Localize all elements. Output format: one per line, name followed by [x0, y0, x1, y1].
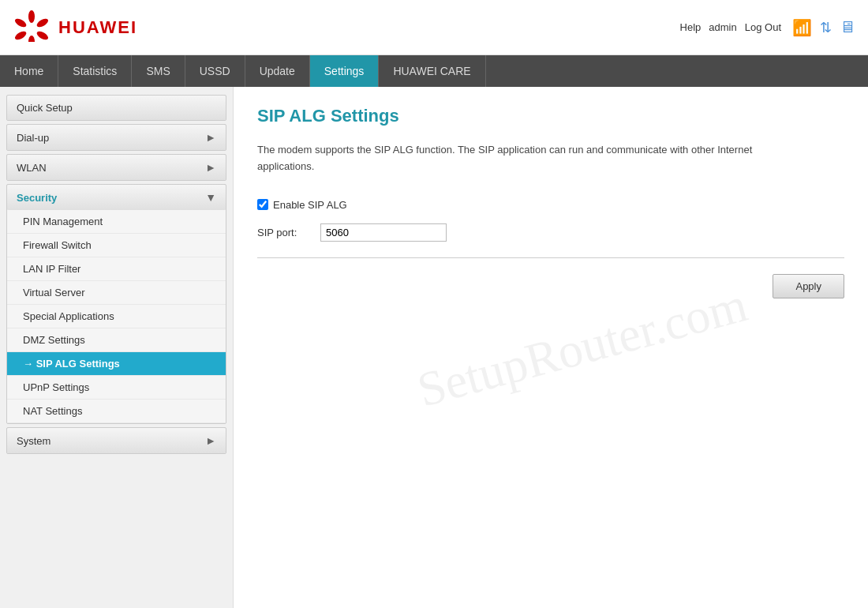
svg-point-0 — [28, 10, 35, 23]
admin-label: admin — [709, 21, 736, 33]
nav-bar: Home Statistics SMS USSD Update Settings… — [0, 55, 868, 87]
sidebar-section-security: Security ▼ PIN Management Firewall Switc… — [6, 184, 226, 424]
sidebar-section-dialup: Dial-up ► — [6, 124, 226, 151]
sidebar-item-special-applications[interactable]: Special Applications — [7, 305, 226, 328]
logout-link[interactable]: Log Out — [745, 21, 781, 33]
sidebar-item-upnp-settings[interactable]: UPnP Settings — [7, 376, 226, 400]
sidebar-item-virtual-server[interactable]: Virtual Server — [7, 281, 226, 305]
sidebar-item-lan-ip-filter[interactable]: LAN IP Filter — [7, 257, 226, 281]
divider — [257, 257, 844, 258]
sidebar-item-firewall-switch[interactable]: Firewall Switch — [7, 234, 226, 257]
svg-point-5 — [13, 17, 28, 29]
sidebar-section-quick-setup: Quick Setup — [6, 95, 226, 121]
sidebar-dialup[interactable]: Dial-up ► — [7, 125, 226, 150]
main-area: Quick Setup Dial-up ► WLAN ► Security ▼ — [0, 87, 868, 608]
svg-point-3 — [28, 36, 35, 42]
nav-ussd[interactable]: USSD — [185, 55, 245, 87]
sidebar-item-pin-management[interactable]: PIN Management — [7, 210, 226, 234]
sidebar-quick-setup[interactable]: Quick Setup — [7, 96, 226, 120]
top-links: Help admin Log Out — [680, 21, 781, 33]
monitor-icon: 🖥 — [840, 18, 855, 36]
sidebar-item-dmz-settings[interactable]: DMZ Settings — [7, 328, 226, 352]
apply-row: Apply — [257, 274, 844, 298]
chevron-right-icon: ► — [205, 131, 216, 144]
page-description: The modem supports the SIP ALG function.… — [257, 142, 794, 175]
nav-update[interactable]: Update — [245, 55, 310, 87]
page-title: SIP ALG Settings — [257, 106, 844, 126]
sip-port-label: SIP port: — [257, 227, 312, 238]
enable-checkbox-row: Enable SIP ALG — [257, 199, 844, 211]
signal-icon: 📶 — [792, 18, 812, 37]
help-link[interactable]: Help — [680, 21, 702, 33]
sidebar-item-sip-alg-settings[interactable]: SIP ALG Settings — [7, 352, 226, 376]
chevron-right-icon: ► — [205, 434, 216, 447]
chevron-down-icon: ▼ — [205, 191, 216, 204]
top-bar: HUAWEI Help admin Log Out 📶 ⇅ 🖥 — [0, 0, 868, 55]
nav-home[interactable]: Home — [0, 55, 58, 87]
sidebar: Quick Setup Dial-up ► WLAN ► Security ▼ — [0, 87, 233, 608]
apply-button[interactable]: Apply — [773, 274, 844, 298]
nav-huawei-care[interactable]: HUAWEI CARE — [379, 55, 485, 87]
sip-alg-form: Enable SIP ALG SIP port: — [257, 199, 844, 242]
transfer-icon: ⇅ — [820, 19, 832, 36]
enable-sip-alg-checkbox[interactable] — [257, 199, 268, 210]
brand-name: HUAWEI — [58, 17, 137, 38]
sip-port-input[interactable] — [320, 223, 447, 242]
nav-statistics[interactable]: Statistics — [58, 55, 132, 87]
svg-point-2 — [36, 30, 50, 42]
svg-point-1 — [36, 17, 50, 29]
security-sub-items: PIN Management Firewall Switch LAN IP Fi… — [7, 210, 226, 423]
sidebar-system[interactable]: System ► — [7, 428, 226, 453]
sip-port-row: SIP port: — [257, 223, 844, 242]
sidebar-wlan[interactable]: WLAN ► — [7, 155, 226, 180]
enable-sip-alg-label[interactable]: Enable SIP ALG — [273, 199, 347, 211]
status-icons: 📶 ⇅ 🖥 — [792, 18, 855, 37]
content-inner: SIP ALG Settings The modem supports the … — [257, 106, 844, 298]
content-area: SetupRouter.com SIP ALG Settings The mod… — [233, 87, 868, 608]
top-right: Help admin Log Out 📶 ⇅ 🖥 — [680, 18, 855, 37]
huawei-logo — [13, 10, 51, 44]
nav-sms[interactable]: SMS — [132, 55, 185, 87]
nav-settings[interactable]: Settings — [310, 55, 380, 87]
svg-point-4 — [13, 30, 28, 42]
sidebar-section-wlan: WLAN ► — [6, 154, 226, 181]
logo-area: HUAWEI — [13, 10, 137, 44]
sidebar-section-system: System ► — [6, 427, 226, 454]
chevron-right-icon: ► — [205, 161, 216, 174]
sidebar-security[interactable]: Security ▼ — [7, 185, 226, 210]
sidebar-item-nat-settings[interactable]: NAT Settings — [7, 400, 226, 423]
